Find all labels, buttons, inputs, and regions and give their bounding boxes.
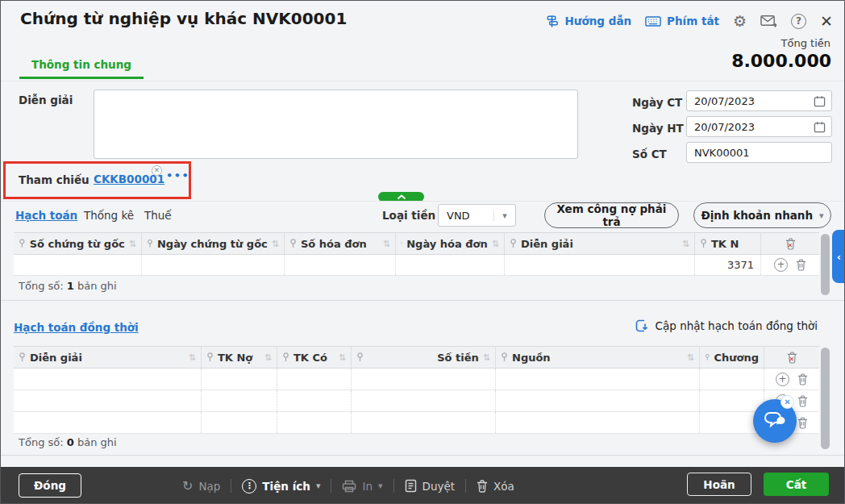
side-panel-toggle[interactable]: ‹ bbox=[832, 230, 845, 283]
pin-icon bbox=[356, 352, 364, 362]
reference-remove-icon[interactable]: ✕ bbox=[152, 165, 162, 176]
column-header[interactable]: Số chứng từ gốc⇅ bbox=[14, 233, 142, 254]
pin-icon bbox=[401, 239, 402, 248]
approve-button[interactable]: Duyệt bbox=[405, 479, 456, 493]
sort-icon[interactable]: ⇅ bbox=[383, 239, 390, 249]
postpone-button[interactable]: Hoãn bbox=[687, 473, 751, 496]
pin-icon bbox=[510, 239, 517, 248]
tab-statistics[interactable]: Thống kê bbox=[84, 209, 134, 222]
currency-label: Loại tiền bbox=[382, 209, 435, 222]
pin-icon bbox=[19, 239, 26, 248]
sort-icon[interactable]: ⇅ bbox=[339, 352, 346, 363]
update-simultaneous-label: Cập nhật hạch toán đồng thời bbox=[656, 319, 818, 332]
utilities-button[interactable]: ⋮ Tiện ích ▾ bbox=[242, 479, 320, 494]
sort-icon[interactable]: ⇅ bbox=[682, 239, 689, 249]
guide-label: Hướng dẫn bbox=[565, 15, 632, 27]
sort-icon[interactable]: ⇅ bbox=[687, 352, 694, 363]
column-header[interactable]: Ngày chứng từ gốc⇅ bbox=[142, 233, 285, 254]
delete-all-column-header[interactable]: ✕ bbox=[761, 233, 819, 254]
column-header[interactable]: Chương bbox=[700, 347, 764, 368]
currency-select[interactable]: VND ▾ bbox=[438, 204, 516, 227]
section-divider bbox=[1, 201, 844, 202]
sort-icon[interactable]: ⇅ bbox=[492, 239, 499, 249]
description-label: Diễn giải bbox=[19, 94, 73, 106]
column-header[interactable]: Số tiền⇅ bbox=[352, 347, 496, 368]
chevron-down-icon: ▾ bbox=[316, 481, 321, 491]
update-simultaneous-button[interactable]: Cập nhật hạch toán đồng thời bbox=[635, 319, 818, 333]
delete-row-icon[interactable] bbox=[797, 417, 808, 429]
column-header[interactable]: Diễn giải⇅ bbox=[14, 347, 202, 368]
column-header[interactable]: Ngày hóa đơn⇅ bbox=[396, 233, 505, 254]
reference-label: Tham chiếu bbox=[19, 173, 89, 186]
utilities-icon: ⋮ bbox=[242, 479, 256, 494]
footer-actions: ↻ Nạp ⋮ Tiện ích ▾ In ▾ Duyệt bbox=[182, 467, 514, 504]
trash-icon bbox=[477, 480, 488, 493]
document-icon bbox=[405, 479, 417, 493]
feedback-mail-icon[interactable] bbox=[760, 15, 777, 28]
pin-icon bbox=[206, 352, 214, 362]
divider bbox=[393, 479, 394, 493]
help-icon[interactable]: ? bbox=[791, 14, 806, 29]
sort-icon[interactable]: ⇅ bbox=[264, 352, 272, 363]
delete-row-icon[interactable] bbox=[797, 373, 808, 385]
tab-accounting[interactable]: Hạch toán bbox=[15, 209, 77, 222]
close-button[interactable]: Đóng bbox=[19, 473, 81, 498]
sort-icon[interactable]: ⇅ bbox=[189, 352, 196, 363]
sort-icon[interactable]: ⇅ bbox=[129, 239, 136, 249]
close-icon[interactable]: ✕ bbox=[820, 12, 833, 30]
delete-row-icon[interactable] bbox=[797, 395, 808, 407]
save-button[interactable]: Cất bbox=[764, 473, 829, 496]
table1-total: Tổng số: 1 bản ghi bbox=[19, 280, 117, 292]
delete-all-column-header[interactable]: ✕ bbox=[764, 347, 819, 368]
pin-icon bbox=[501, 352, 508, 362]
page-title: Chứng từ nghiệp vụ khác NVK00001 bbox=[20, 9, 347, 28]
quick-posting-button[interactable]: Định khoản nhanh ▾ bbox=[693, 202, 831, 228]
date-ct-input[interactable] bbox=[686, 90, 832, 111]
table-scrollbar[interactable] bbox=[821, 234, 830, 295]
reload-button[interactable]: ↻ Nạp bbox=[182, 478, 220, 494]
column-header[interactable]: Diễn giải⇅ bbox=[505, 233, 695, 254]
column-header[interactable]: TK Có⇅ bbox=[277, 347, 352, 368]
column-header[interactable]: Số hóa đơn⇅ bbox=[285, 233, 396, 254]
view-payables-button[interactable]: Xem công nợ phải trả bbox=[544, 202, 679, 228]
table-row[interactable]: + bbox=[14, 412, 819, 434]
sort-icon[interactable]: ⇅ bbox=[272, 239, 279, 249]
chevron-down-icon: ▾ bbox=[378, 481, 383, 491]
calendar-icon[interactable] bbox=[814, 121, 826, 133]
column-header[interactable]: Nguồn⇅ bbox=[496, 347, 700, 368]
table-scrollbar[interactable] bbox=[821, 348, 830, 449]
guide-link[interactable]: Hướng dẫn bbox=[546, 15, 632, 28]
simultaneous-accounting-link[interactable]: Hạch toán đồng thời bbox=[14, 321, 139, 334]
reference-more-button[interactable]: ••• bbox=[166, 169, 189, 181]
gear-icon[interactable]: ⚙ bbox=[733, 14, 747, 29]
calendar-icon[interactable] bbox=[814, 95, 826, 107]
divider bbox=[1, 455, 844, 456]
doc-no-input[interactable] bbox=[686, 142, 832, 163]
add-row-icon[interactable]: + bbox=[774, 258, 788, 272]
total-amount-value: 8.000.000 bbox=[731, 51, 831, 71]
description-textarea[interactable] bbox=[94, 90, 578, 159]
chat-dismiss-icon[interactable]: ✕ bbox=[780, 395, 794, 409]
sort-icon[interactable]: ⇅ bbox=[483, 352, 490, 363]
column-header[interactable]: TK Nợ⇅ bbox=[202, 347, 277, 368]
tab-general-info[interactable]: Thông tin chung bbox=[19, 58, 144, 79]
simultaneous-table-header: Diễn giải⇅ TK Nợ⇅ TK Có⇅ Số tiền⇅ Nguồn⇅… bbox=[14, 346, 819, 369]
delete-button[interactable]: Xóa bbox=[477, 480, 514, 493]
print-button[interactable]: In ▾ bbox=[342, 480, 382, 493]
date-ct-label: Ngày CT bbox=[632, 96, 682, 109]
table-row[interactable]: + bbox=[14, 390, 819, 412]
delete-all-icon[interactable]: ✕ bbox=[787, 352, 797, 364]
pin-icon bbox=[289, 239, 297, 248]
table-row[interactable]: + bbox=[14, 369, 819, 390]
column-header[interactable]: TK N bbox=[695, 233, 761, 254]
date-ht-input[interactable] bbox=[686, 116, 832, 137]
pin-icon bbox=[19, 352, 26, 362]
shortcuts-link[interactable]: Phím tắt bbox=[645, 15, 719, 27]
tab-tax[interactable]: Thuế bbox=[144, 209, 172, 222]
table-row[interactable]: 3371 + bbox=[14, 255, 819, 276]
delete-row-icon[interactable] bbox=[796, 259, 806, 271]
divider bbox=[465, 479, 466, 493]
add-row-icon[interactable]: + bbox=[776, 373, 789, 386]
delete-all-icon[interactable]: ✕ bbox=[785, 238, 796, 250]
voucher-dialog: Chứng từ nghiệp vụ khác NVK00001 Hướng d… bbox=[0, 0, 845, 504]
